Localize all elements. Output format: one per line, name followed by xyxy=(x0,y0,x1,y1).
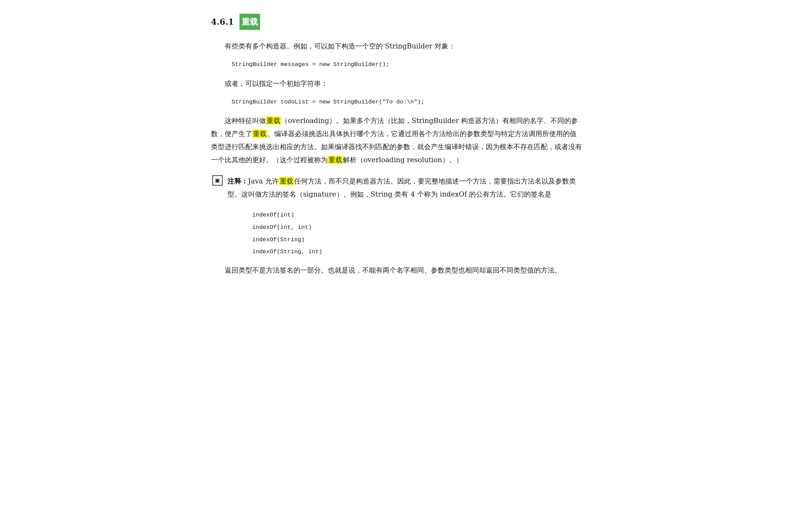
method-item-2: indexOf(int, int) xyxy=(252,221,582,234)
note-content: 注释：Java 允许重载任何方法，而不只是构造器方法。因此，要完整地描述一个方法… xyxy=(227,175,582,201)
code-block-2: StringBuilder todoList = new StringBuild… xyxy=(232,97,582,108)
method-item-4: indexOf(String, int) xyxy=(252,246,582,258)
code-block-1: StringBuilder messages = new StringBuild… xyxy=(232,59,582,70)
note-icon: ▣ xyxy=(212,175,223,186)
section-title: 重载 xyxy=(239,14,260,30)
main-text-part1: 这种特征叫做 xyxy=(225,117,266,125)
note-box: ▣ 注释：Java 允许重载任何方法，而不只是构造器方法。因此，要完整地描述一个… xyxy=(211,175,582,201)
or-paragraph: 或者，可以指定一个初始字符串： xyxy=(211,77,582,90)
intro-paragraph: 有些类有多个构造器。例如，可以如下构造一个空的 StringBuilder 对象… xyxy=(211,40,582,53)
highlight-overloading-note: 重载 xyxy=(279,177,294,185)
method-item-3: indexOf(String) xyxy=(252,234,582,246)
main-paragraph: 这种特征叫做重载（overloading）。如果多个方法（比如，StringBu… xyxy=(211,114,582,166)
highlight-overloading-1: 重载 xyxy=(266,117,281,125)
highlight-overloading-3: 重载 xyxy=(328,156,343,164)
bottom-paragraph: 返回类型不是方法签名的一部分。也就是说，不能有两个名字相同、参数类型也相同却返回… xyxy=(211,264,582,277)
note-text1: Java 允许 xyxy=(248,177,279,185)
section-number: 4.6.1 xyxy=(211,14,234,29)
main-text-part4: 解析（overloading resolution）。） xyxy=(343,156,463,164)
method-item-1: indexOf(int) xyxy=(252,209,582,221)
methods-list: indexOf(int) indexOf(int, int) indexOf(S… xyxy=(252,209,582,258)
note-label: 注释： xyxy=(227,177,248,185)
section-header: 4.6.1 重载 xyxy=(211,14,582,30)
highlight-overloading-2: 重载 xyxy=(252,130,267,138)
